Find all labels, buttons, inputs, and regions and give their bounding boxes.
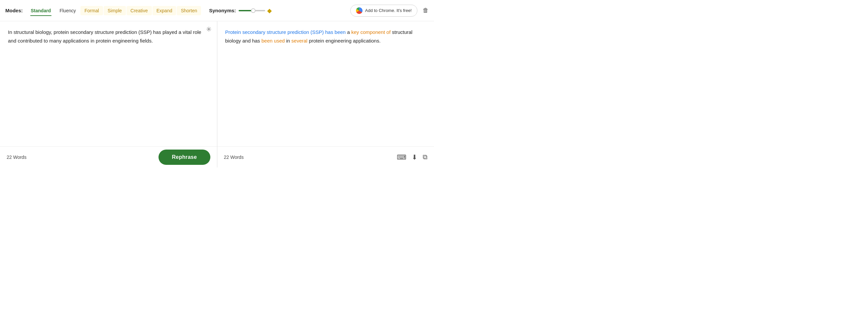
main-content: In structural biology, protein secondary… <box>0 21 434 168</box>
modes-list: Standard Fluency Formal Simple Creative … <box>27 6 202 15</box>
right-panel: Protein secondary structure prediction (… <box>217 21 434 168</box>
diamond-icon: ◆ <box>267 7 272 14</box>
modes-label: Modes: <box>5 8 23 13</box>
chrome-btn-label: Add to Chrome. It's free! <box>365 8 412 13</box>
mode-fluency[interactable]: Fluency <box>56 6 80 15</box>
right-word-count: 22 Words <box>224 155 244 160</box>
download-button[interactable]: ⬇ <box>412 153 417 161</box>
mode-creative[interactable]: Creative <box>127 6 152 15</box>
mode-standard[interactable]: Standard <box>27 6 55 15</box>
keyboard-button[interactable]: ⌨ <box>397 153 406 161</box>
output-text-orange-key: key component of <box>351 29 391 35</box>
delete-button[interactable]: 🗑 <box>423 7 429 14</box>
mode-formal[interactable]: Formal <box>81 6 103 15</box>
header: Modes: Standard Fluency Formal Simple Cr… <box>0 0 434 21</box>
left-panel: In structural biology, protein secondary… <box>0 21 217 168</box>
input-text-area[interactable]: In structural biology, protein secondary… <box>0 21 217 146</box>
output-text-orange-several: several <box>291 38 307 43</box>
right-footer-icons: ⌨ ⬇ ⧉ <box>397 153 427 161</box>
copy-button[interactable]: ⧉ <box>423 153 427 161</box>
output-text-orange-been-used: been used <box>261 38 285 43</box>
synonyms-label: Synonyms: <box>209 8 236 13</box>
synonyms-slider-thumb[interactable] <box>251 8 255 13</box>
synonyms-slider-container: ◆ <box>239 7 272 14</box>
left-word-count: 22 Words <box>7 155 27 160</box>
input-text: In structural biology, protein secondary… <box>8 29 202 43</box>
mode-simple[interactable]: Simple <box>104 6 126 15</box>
left-panel-footer: 22 Words Rephrase <box>0 146 217 168</box>
output-text-blue-start: Protein secondary structure prediction (… <box>225 29 346 35</box>
freeze-button[interactable]: ✳ <box>206 25 212 33</box>
mode-expand[interactable]: Expand <box>153 6 176 15</box>
rephrase-button[interactable]: Rephrase <box>158 150 210 165</box>
chrome-logo-icon <box>356 7 363 14</box>
right-panel-footer: 22 Words ⌨ ⬇ ⧉ <box>217 146 434 168</box>
output-text: Protein secondary structure prediction (… <box>225 29 413 43</box>
synonyms-section: Synonyms: ◆ <box>209 7 272 14</box>
mode-shorten[interactable]: Shorten <box>177 6 201 15</box>
add-to-chrome-button[interactable]: Add to Chrome. It's free! <box>350 5 418 17</box>
output-text-area: Protein secondary structure prediction (… <box>217 21 434 146</box>
synonyms-slider-track[interactable] <box>239 10 265 11</box>
